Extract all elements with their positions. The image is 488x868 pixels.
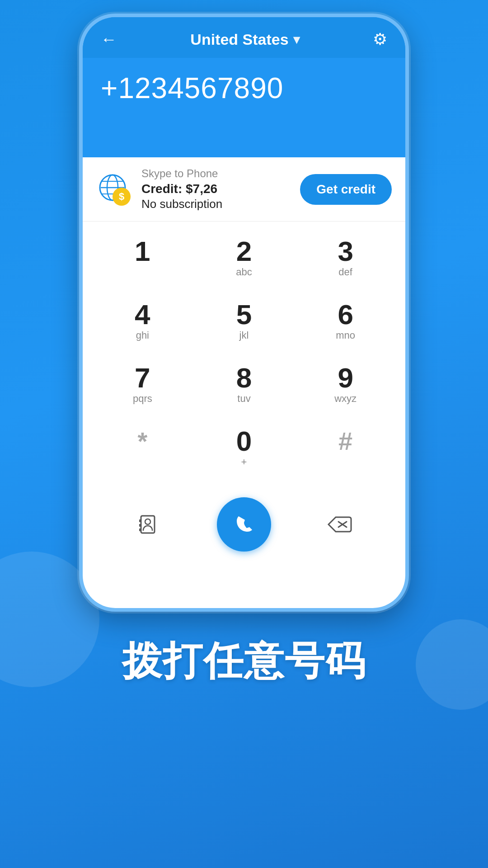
- dialpad-key-hash[interactable]: #: [300, 416, 391, 479]
- svg-rect-14: [102, 580, 111, 592]
- svg-rect-8: [139, 519, 141, 522]
- backspace-icon: [327, 515, 352, 533]
- svg-rect-10: [139, 528, 141, 531]
- bottom-tagline: 拨打任意号码: [104, 634, 384, 688]
- dialpad-key-5[interactable]: 5 jkl: [199, 289, 289, 353]
- dialpad-key-0[interactable]: 0 +: [199, 416, 289, 479]
- credit-bar: $ Skype to Phone Credit: $7,26 No subscr…: [83, 157, 405, 222]
- svg-point-11: [145, 519, 150, 524]
- back-nav-icon[interactable]: [371, 577, 387, 597]
- dialpad-key-7[interactable]: 7 pqrs: [97, 353, 188, 416]
- no-subscription-label: No subscription: [141, 197, 291, 211]
- get-credit-button[interactable]: Get credit: [300, 174, 392, 205]
- dialpad-row-3: 7 pqrs 8 tuv 9 wxyz: [92, 353, 396, 416]
- dialpad-key-8[interactable]: 8 tuv: [199, 353, 289, 416]
- phone-number-area: +1234567890: [83, 58, 405, 157]
- contacts-button[interactable]: [103, 502, 194, 547]
- country-selector[interactable]: United States ▾: [190, 31, 299, 48]
- backspace-button[interactable]: [294, 502, 385, 547]
- back-button[interactable]: ←: [101, 30, 117, 49]
- phone-number-display: +1234567890: [101, 71, 387, 105]
- credit-info: Skype to Phone Credit: $7,26 No subscrip…: [141, 167, 291, 211]
- skype-coin-icon: $: [96, 171, 132, 208]
- dialpad-key-2[interactable]: 2 abc: [199, 226, 289, 289]
- dialpad-key-3[interactable]: 3 def: [300, 226, 391, 289]
- phone-frame: ← United States ▾ ⚙ +1234567890 $: [79, 14, 409, 612]
- dialpad-row-1: 1 2 abc 3 def: [92, 226, 396, 289]
- svg-rect-15: [104, 578, 113, 590]
- white-panel: $ Skype to Phone Credit: $7,26 No subscr…: [83, 157, 405, 608]
- svg-rect-9: [139, 524, 141, 527]
- android-nav: [83, 565, 405, 608]
- dialpad-key-star[interactable]: *: [97, 416, 188, 479]
- dialpad: 1 2 abc 3 def 4 ghi 5: [83, 222, 405, 488]
- skype-to-phone-label: Skype to Phone: [141, 167, 291, 180]
- dialpad-key-4[interactable]: 4 ghi: [97, 289, 188, 353]
- dialpad-actions: [83, 488, 405, 565]
- credit-amount: Credit: $7,26: [141, 182, 291, 196]
- dialpad-key-1[interactable]: 1: [97, 226, 188, 289]
- call-button[interactable]: [217, 497, 271, 552]
- top-bar: ← United States ▾ ⚙: [83, 17, 405, 58]
- dialpad-key-6[interactable]: 6 mno: [300, 289, 391, 353]
- call-icon: [232, 513, 256, 536]
- home-button[interactable]: [208, 576, 280, 598]
- country-name: United States: [190, 31, 288, 48]
- contacts-icon: [137, 513, 160, 536]
- svg-text:$: $: [119, 191, 124, 202]
- recent-apps-icon[interactable]: [101, 577, 117, 597]
- chevron-down-icon: ▾: [293, 32, 300, 47]
- dialpad-row-4: * 0 + #: [92, 416, 396, 479]
- dialpad-row-2: 4 ghi 5 jkl 6 mno: [92, 289, 396, 353]
- dialpad-key-9[interactable]: 9 wxyz: [300, 353, 391, 416]
- settings-icon[interactable]: ⚙: [373, 30, 387, 49]
